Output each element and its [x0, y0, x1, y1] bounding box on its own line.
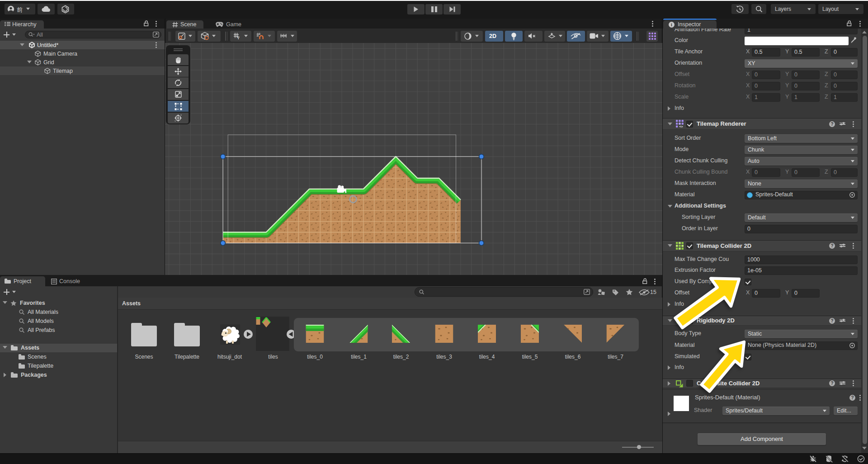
svg-text:Y: Y [237, 36, 240, 40]
